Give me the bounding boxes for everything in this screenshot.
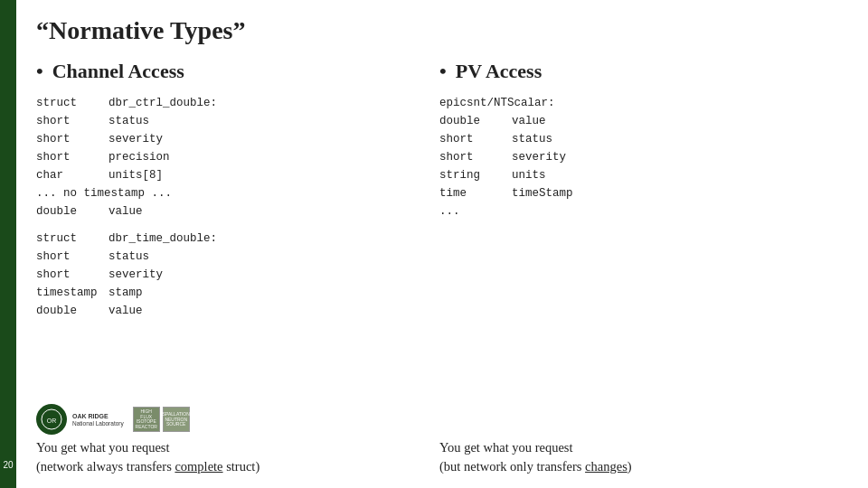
- struct-field: dbr_time_double:: [108, 230, 217, 248]
- struct-type: double: [36, 202, 101, 221]
- struct-field: severity: [512, 148, 566, 166]
- struct-type: string: [439, 166, 505, 184]
- page-number: 20: [0, 455, 16, 474]
- struct-row: double value: [36, 202, 421, 221]
- struct-type: short: [439, 148, 505, 166]
- struct-row: epicsnt/NTScalar:: [439, 94, 825, 112]
- right-heading: • PV Access: [439, 60, 825, 83]
- right-bottom-line2: (but network only transfers: [439, 459, 585, 474]
- logo-sns: SPALLATIONNEUTRONSOURCE: [163, 412, 190, 427]
- bottom-left: OR OAK RIDGE National Laboratory HIGHFLU…: [36, 399, 439, 475]
- struct-field: status: [108, 248, 149, 266]
- struct-type: short: [36, 112, 101, 130]
- right-bullet: •: [439, 60, 447, 83]
- struct-type: short: [36, 148, 101, 166]
- left-bar: 20: [0, 0, 16, 488]
- struct-row: double value: [36, 302, 421, 320]
- struct-row: double value: [439, 112, 825, 130]
- svg-text:OR: OR: [47, 418, 57, 424]
- right-bottom-underline: changes: [585, 459, 627, 474]
- struct-row: struct dbr_ctrl_double:: [36, 94, 421, 112]
- ellipsis-row: ...: [439, 202, 825, 221]
- right-struct-block: epicsnt/NTScalar: double value short sta…: [439, 94, 825, 221]
- logo-org-line1: OAK RIDGE: [72, 412, 124, 420]
- logo-area: OR OAK RIDGE National Laboratory HIGHFLU…: [36, 404, 439, 435]
- struct-field: timeStamp: [512, 184, 573, 202]
- two-column-layout: • Channel Access struct dbr_ctrl_double:…: [36, 60, 843, 329]
- left-bottom-end: struct): [223, 459, 260, 474]
- struct-row: char units[8]: [36, 166, 421, 184]
- struct-field: stamp: [108, 284, 143, 302]
- struct-field: dbr_ctrl_double:: [108, 94, 217, 112]
- left-heading-text: Channel Access: [52, 60, 184, 83]
- struct-type: double: [439, 112, 505, 130]
- struct-block-2: struct dbr_time_double: short status sho…: [36, 230, 421, 320]
- left-bottom-line2: (network always transfers: [36, 459, 175, 474]
- struct-row: short severity: [439, 148, 825, 166]
- struct-field: status: [108, 112, 149, 130]
- struct-type: timestamp: [36, 284, 101, 302]
- struct-field: status: [512, 130, 552, 148]
- struct-type: short: [36, 266, 101, 284]
- struct-field: value: [108, 302, 143, 320]
- struct-row: timestamp stamp: [36, 284, 421, 302]
- struct-row: short severity: [36, 266, 421, 284]
- struct-field: severity: [108, 130, 163, 148]
- logo-hfir: HIGHFLUXISOTOPEREACTOR: [136, 409, 157, 429]
- struct-type: short: [36, 248, 101, 266]
- struct-type: struct: [36, 94, 101, 112]
- right-bottom-line1: You get what you request: [439, 440, 573, 455]
- logo-org-line2: National Laboratory: [72, 420, 124, 427]
- left-column: • Channel Access struct dbr_ctrl_double:…: [36, 60, 439, 329]
- left-bottom-text: You get what you request (network always…: [36, 438, 439, 475]
- left-heading: • Channel Access: [36, 60, 421, 83]
- struct-type: time: [439, 184, 505, 202]
- ellipsis-row: ... no timestamp ...: [36, 184, 421, 202]
- struct-row: short precision: [36, 148, 421, 166]
- struct-row: time timeStamp: [439, 184, 825, 202]
- struct-type: double: [36, 302, 101, 320]
- struct-type: struct: [36, 230, 101, 248]
- bottom-section: OR OAK RIDGE National Laboratory HIGHFLU…: [16, 399, 868, 475]
- struct-row: short severity: [36, 130, 421, 148]
- right-heading-text: PV Access: [456, 60, 542, 83]
- struct-block-1: struct dbr_ctrl_double: short status sho…: [36, 94, 421, 221]
- struct-type: short: [439, 130, 505, 148]
- struct-field: precision: [108, 148, 170, 166]
- right-column: • PV Access epicsnt/NTScalar: double val…: [439, 60, 843, 329]
- struct-field: severity: [108, 266, 163, 284]
- struct-row: short status: [439, 130, 825, 148]
- struct-field: units: [512, 166, 546, 184]
- struct-field: value: [512, 112, 546, 130]
- struct-field: value: [108, 202, 143, 221]
- struct-field: epicsnt/NTScalar:: [439, 94, 555, 112]
- right-bottom-text: You get what you request (but network on…: [439, 438, 843, 475]
- left-bottom-underline: complete: [175, 459, 222, 474]
- struct-row: short status: [36, 248, 421, 266]
- struct-row: struct dbr_time_double:: [36, 230, 421, 248]
- struct-field: units[8]: [108, 166, 163, 184]
- left-bottom-line1: You get what you request: [36, 440, 170, 455]
- oak-ridge-logo-icon: OR: [41, 408, 62, 430]
- struct-row: short status: [36, 112, 421, 130]
- page-title: “Normative Types”: [36, 16, 843, 45]
- bottom-right: You get what you request (but network on…: [439, 438, 843, 475]
- struct-type: short: [36, 130, 101, 148]
- struct-type: char: [36, 166, 101, 184]
- right-bottom-end: ): [627, 459, 632, 474]
- left-bullet: •: [36, 60, 43, 83]
- struct-row: string units: [439, 166, 825, 184]
